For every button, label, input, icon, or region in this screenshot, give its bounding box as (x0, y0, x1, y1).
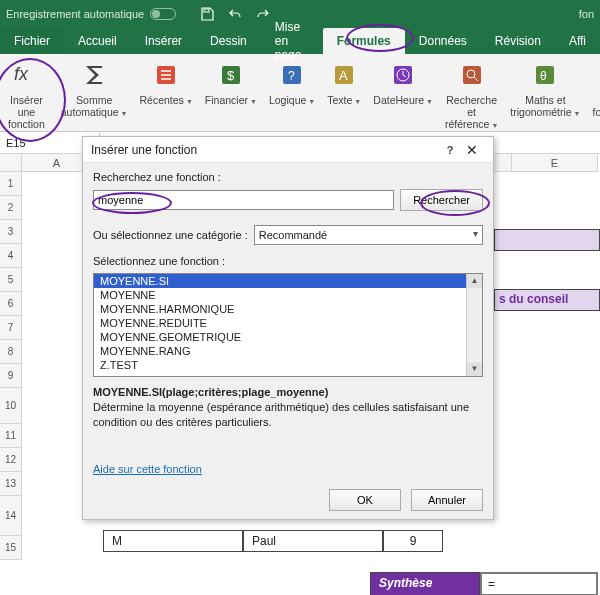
table-row: M Paul 9 (103, 530, 443, 552)
row-header[interactable]: 10 (0, 388, 22, 424)
datetime-icon (391, 58, 415, 92)
tab-affichage[interactable]: Affi (555, 28, 600, 54)
ribbon-somme-auto[interactable]: Somme automatique▼ (55, 58, 134, 130)
cell-name[interactable]: Paul (243, 530, 383, 552)
sheet-cell-conseil: s du conseil (494, 289, 600, 311)
dialog-title: Insérer une fonction (91, 143, 441, 157)
undo-icon[interactable] (228, 7, 242, 21)
synthese-row: Synthèse = (370, 572, 598, 595)
svg-text:A: A (339, 68, 348, 83)
dialog-help-button[interactable]: ? (441, 144, 459, 156)
cancel-button[interactable]: Annuler (411, 489, 483, 511)
list-item[interactable]: MOYENNE.RANG (94, 344, 482, 358)
ribbon-label: Financier▼ (205, 94, 257, 106)
list-item[interactable]: MOYENNE.GEOMETRIQUE (94, 330, 482, 344)
tab-dessin[interactable]: Dessin (196, 28, 261, 54)
ribbon-label: Logique▼ (269, 94, 315, 106)
row-header[interactable]: 13 (0, 472, 22, 496)
list-item[interactable]: MOYENNE.HARMONIQUE (94, 302, 482, 316)
scroll-down-icon[interactable]: ▼ (467, 362, 482, 376)
svg-rect-11 (463, 66, 481, 84)
ribbon-inserer-fonction[interactable]: fx Insérer une fonction (2, 58, 51, 130)
scroll-up-icon[interactable]: ▲ (467, 274, 482, 288)
svg-rect-0 (204, 9, 209, 12)
ribbon-label: Maths et trigonométrie▼ (510, 94, 580, 118)
lookup-icon (460, 58, 484, 92)
ribbon-recentes[interactable]: Récentes▼ (134, 58, 199, 130)
list-item[interactable]: MOYENNE (94, 288, 482, 302)
dialog-footer: OK Annuler (83, 481, 493, 519)
search-input[interactable] (93, 190, 394, 210)
row-header[interactable]: 3 (0, 220, 22, 244)
save-icon[interactable] (200, 7, 214, 21)
ribbon-dateheure[interactable]: DateHeure▼ (367, 58, 439, 130)
function-list-label: Sélectionnez une fonction : (93, 255, 483, 267)
tab-formules[interactable]: Formules (323, 28, 405, 54)
ribbon-label: DateHeure▼ (373, 94, 433, 106)
tab-fichier[interactable]: Fichier (0, 28, 64, 54)
tab-accueil[interactable]: Accueil (64, 28, 131, 54)
tab-donnees[interactable]: Données (405, 28, 481, 54)
quick-access-toolbar (200, 7, 270, 21)
ribbon-formules: fx Insérer une fonction Somme automatiqu… (0, 54, 600, 132)
ribbon-financier[interactable]: $ Financier▼ (199, 58, 263, 130)
tab-revision[interactable]: Révision (481, 28, 555, 54)
ribbon-tabs: Fichier Accueil Insérer Dessin Mise en p… (0, 28, 600, 54)
insert-function-dialog: Insérer une fonction ? ✕ Recherchez une … (82, 136, 494, 520)
ribbon-plus-fonctions[interactable]: Plus de fonctions▼ (587, 58, 600, 130)
row-header[interactable]: 2 (0, 196, 22, 220)
recent-icon (154, 58, 178, 92)
document-title-fragment: fon (579, 8, 594, 20)
autosave-toggle[interactable]: Enregistrement automatique (6, 8, 176, 20)
function-list[interactable]: MOYENNE.SI MOYENNE MOYENNE.HARMONIQUE MO… (93, 273, 483, 377)
list-item[interactable]: MOYENNE.SI (94, 274, 482, 288)
toggle-icon[interactable] (150, 8, 176, 20)
ribbon-label: Plus de fonctions▼ (593, 94, 600, 118)
text-icon: A (332, 58, 356, 92)
row-header[interactable]: 7 (0, 316, 22, 340)
cell-value[interactable]: 9 (383, 530, 443, 552)
ribbon-maths-trig[interactable]: θ Maths et trigonométrie▼ (504, 58, 586, 130)
row-header[interactable]: 6 (0, 292, 22, 316)
row-header[interactable]: 1 (0, 172, 22, 196)
row-header[interactable]: 14 (0, 496, 22, 536)
tab-mise-en-page[interactable]: Mise en page (261, 28, 323, 54)
ribbon-logique[interactable]: ? Logique▼ (263, 58, 321, 130)
row-header[interactable]: 15 (0, 536, 22, 560)
synthese-label-cell[interactable]: Synthèse (370, 572, 480, 595)
svg-text:?: ? (288, 69, 295, 83)
search-label: Recherchez une fonction : (93, 171, 483, 183)
ok-button[interactable]: OK (329, 489, 401, 511)
synthese-formula-cell[interactable]: = (480, 572, 598, 595)
sheet-cell-purple (494, 229, 600, 251)
ribbon-label: Texte▼ (327, 94, 361, 106)
financial-icon: $ (219, 58, 243, 92)
tab-inserer[interactable]: Insérer (131, 28, 196, 54)
ribbon-label: Récentes▼ (140, 94, 193, 106)
redo-icon[interactable] (256, 7, 270, 21)
col-header[interactable]: E (512, 154, 598, 172)
category-select[interactable]: Recommandé (254, 225, 483, 245)
list-item[interactable]: MOYENNE.REDUITE (94, 316, 482, 330)
function-description: MOYENNE.SI(plage;critères;plage_moyenne)… (93, 383, 483, 430)
select-all-corner[interactable] (0, 154, 22, 172)
svg-text:$: $ (227, 68, 235, 83)
scrollbar[interactable]: ▲ ▼ (466, 274, 482, 376)
close-icon[interactable]: ✕ (459, 142, 485, 158)
list-item[interactable]: Z.TEST (94, 358, 482, 372)
row-header[interactable]: 9 (0, 364, 22, 388)
ribbon-texte[interactable]: A Texte▼ (321, 58, 367, 130)
row-header[interactable]: 8 (0, 340, 22, 364)
row-header[interactable]: 11 (0, 424, 22, 448)
ribbon-recherche-ref[interactable]: Recherche et référence▼ (439, 58, 504, 130)
row-header[interactable]: 12 (0, 448, 22, 472)
sigma-icon (81, 58, 107, 92)
category-label: Ou sélectionnez une catégorie : (93, 229, 248, 241)
cell-gender[interactable]: M (103, 530, 243, 552)
ribbon-label: Somme automatique▼ (61, 94, 128, 118)
row-header[interactable]: 4 (0, 244, 22, 268)
search-button[interactable]: Rechercher (400, 189, 483, 211)
help-link[interactable]: Aide sur cette fonction (93, 463, 483, 475)
row-header[interactable]: 5 (0, 268, 22, 292)
svg-text:θ: θ (540, 69, 547, 83)
